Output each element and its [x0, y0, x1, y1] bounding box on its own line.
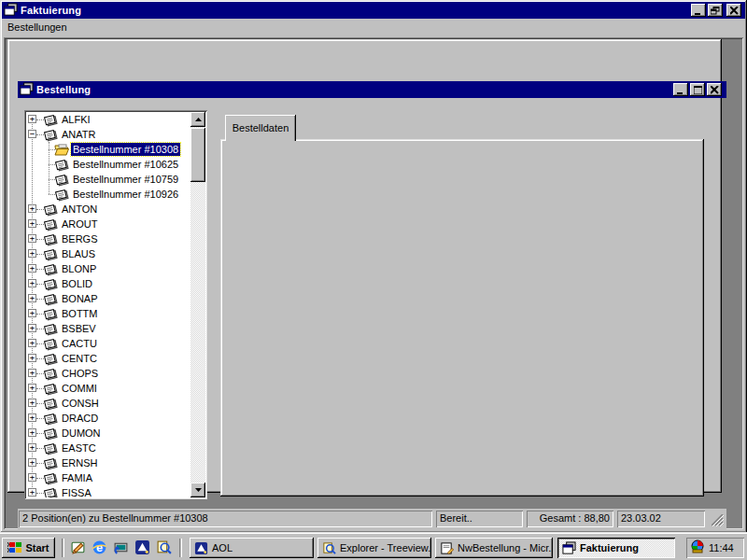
child-minimize-button[interactable] — [673, 83, 688, 96]
tab-bestelldaten[interactable]: Bestelldaten — [225, 115, 296, 141]
scroll-up-button[interactable] — [190, 112, 205, 127]
scroll-down-button[interactable] — [190, 483, 205, 497]
customer-label[interactable]: CACTU — [60, 337, 99, 350]
expand-toggle[interactable]: + — [28, 249, 36, 258]
close-button[interactable] — [726, 4, 741, 17]
tree-item[interactable]: +BERGS — [26, 231, 190, 246]
tree-item[interactable]: +BLONP — [26, 261, 190, 276]
customer-label[interactable]: CONSH — [60, 397, 101, 410]
tree-item[interactable]: +BLAUS — [26, 246, 190, 261]
order-label[interactable]: Bestellnummer #10625 — [71, 158, 180, 171]
expand-toggle[interactable]: + — [28, 384, 36, 392]
customer-label[interactable]: ALFKI — [60, 113, 92, 126]
tree-item[interactable]: +ERNSH — [26, 455, 190, 470]
customer-label[interactable]: FISSA — [60, 486, 93, 497]
customer-label[interactable]: ANTON — [60, 203, 99, 216]
expand-toggle[interactable]: + — [28, 339, 36, 347]
order-label[interactable]: Bestellnummer #10926 — [71, 188, 180, 201]
tree-item[interactable]: +CENTC — [26, 351, 190, 366]
expand-toggle[interactable]: + — [28, 369, 36, 377]
expand-toggle[interactable]: + — [28, 219, 36, 228]
expand-toggle[interactable]: + — [28, 324, 36, 332]
show-desktop-icon[interactable] — [113, 539, 130, 556]
tree-item[interactable]: +EASTC — [26, 441, 190, 455]
main-window-titlebar[interactable]: Faktuierung — [2, 2, 745, 19]
tree-item[interactable]: +BSBEV — [26, 321, 190, 336]
customer-label[interactable]: BERGS — [60, 232, 100, 245]
scrollbar-thumb[interactable] — [190, 128, 205, 182]
customer-label[interactable]: BOLID — [60, 277, 94, 290]
customer-label[interactable]: AROUT — [60, 217, 100, 231]
customer-label[interactable]: BOTTM — [60, 307, 100, 320]
tree-item[interactable]: Bestellnummer #10759 — [26, 172, 190, 187]
expand-toggle[interactable]: + — [28, 264, 36, 273]
tree-item[interactable]: −ANATR — [26, 127, 190, 142]
expand-toggle[interactable]: + — [28, 309, 36, 317]
minimize-button[interactable] — [691, 4, 706, 17]
tree-item[interactable]: +FAMIA — [26, 470, 190, 485]
order-window-titlebar[interactable]: Bestellung — [18, 81, 726, 98]
expand-toggle[interactable]: + — [28, 443, 36, 452]
tree-item[interactable]: +DRACD — [26, 411, 190, 426]
start-button[interactable]: Start — [2, 538, 55, 558]
taskbar-clock[interactable]: 11:44 — [709, 542, 734, 553]
customer-label[interactable]: ERNSH — [60, 456, 100, 469]
order-label-selected[interactable]: Bestellnummer #10308 — [71, 143, 180, 156]
tree-item[interactable]: +BOLID — [26, 276, 190, 291]
tree-item[interactable]: +COMMI — [26, 381, 190, 396]
tree-item[interactable]: +CHOPS — [26, 366, 190, 381]
tree-item[interactable]: +CONSH — [26, 396, 190, 411]
internet-explorer-icon[interactable]: e — [92, 539, 108, 556]
search-icon[interactable] — [156, 539, 173, 556]
expand-toggle[interactable]: + — [28, 234, 36, 243]
collapse-toggle[interactable]: − — [28, 130, 36, 138]
child-maximize-button[interactable] — [690, 83, 705, 96]
tree-scrollbar[interactable] — [190, 112, 205, 497]
expand-toggle[interactable]: + — [28, 458, 36, 467]
tree-item[interactable]: +FISSA — [26, 485, 190, 497]
child-close-button[interactable] — [707, 83, 722, 96]
customer-label[interactable]: ANATR — [60, 128, 97, 141]
customer-label[interactable]: FAMIA — [60, 471, 94, 484]
expand-toggle[interactable]: + — [28, 354, 36, 362]
customer-label[interactable]: CENTC — [60, 352, 99, 365]
customer-label[interactable]: BLONP — [60, 262, 98, 275]
customer-label[interactable]: DRACD — [60, 412, 100, 425]
customer-label[interactable]: BONAP — [60, 292, 100, 305]
aol-icon[interactable] — [134, 539, 151, 556]
colorful-ball-icon[interactable] — [690, 539, 705, 556]
expand-toggle[interactable]: + — [28, 294, 36, 302]
expand-toggle[interactable]: + — [28, 399, 36, 407]
customer-label[interactable]: BLAUS — [60, 247, 97, 260]
menu-item-bestellungen[interactable]: Bestellungen — [2, 20, 73, 35]
expand-toggle[interactable]: + — [28, 488, 36, 497]
task-button-explorer-treeview-[interactable]: Explorer - Treeview... — [317, 538, 431, 558]
tree-item[interactable]: +BOTTM — [26, 306, 190, 321]
tree-item[interactable]: Bestellnummer #10625 — [26, 157, 190, 172]
expand-toggle[interactable]: + — [28, 413, 36, 422]
tree-item[interactable]: +ALFKI — [26, 112, 190, 127]
expand-toggle[interactable]: + — [28, 279, 36, 287]
channels-pen-icon[interactable] — [70, 539, 87, 556]
customer-label[interactable]: BSBEV — [60, 322, 98, 335]
order-label[interactable]: Bestellnummer #10759 — [71, 173, 180, 186]
expand-toggle[interactable]: + — [28, 204, 36, 213]
tree-item[interactable]: +ANTON — [26, 202, 190, 217]
task-button-faktuierung[interactable]: Faktuierung — [557, 538, 675, 558]
tree-item[interactable]: Bestellnummer #10308 — [26, 142, 190, 157]
tree-item[interactable]: +CACTU — [26, 336, 190, 351]
tree-item[interactable]: +AROUT — [26, 217, 190, 231]
customer-label[interactable]: DUMON — [60, 427, 103, 440]
customer-label[interactable]: CHOPS — [60, 367, 100, 380]
customer-label[interactable]: COMMI — [60, 382, 99, 395]
tree-item[interactable]: Bestellnummer #10926 — [26, 187, 190, 202]
task-button-aol[interactable]: AOL — [190, 538, 314, 558]
tree-item[interactable]: +BONAP — [26, 291, 190, 306]
task-button-nwbestellung-micr-[interactable]: NwBestellung - Micr... — [435, 538, 553, 558]
expand-toggle[interactable]: + — [28, 428, 36, 437]
tree-item[interactable]: +DUMON — [26, 426, 190, 441]
restore-button[interactable] — [708, 4, 723, 17]
customer-label[interactable]: EASTC — [60, 441, 98, 455]
expand-toggle[interactable]: + — [28, 115, 36, 123]
resize-grip[interactable] — [712, 514, 724, 526]
